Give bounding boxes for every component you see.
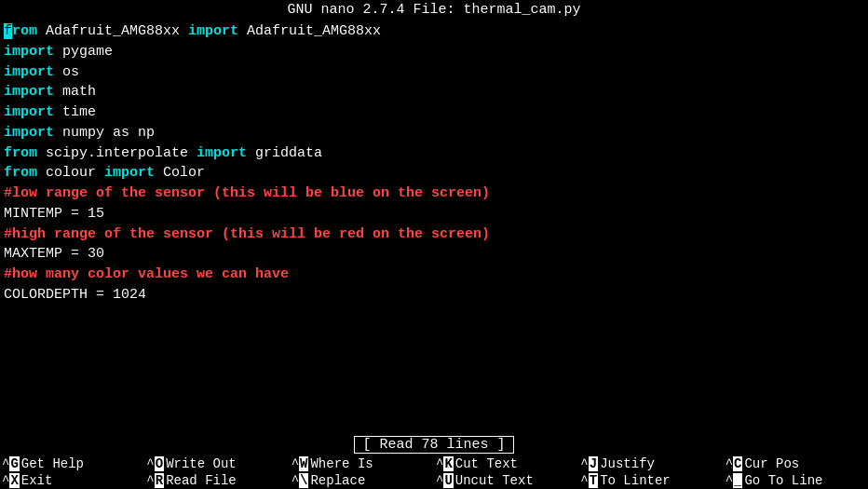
editor[interactable]: from Adafruit_AMG88xx import Adafruit_AM… <box>0 20 868 434</box>
cmd-row-2: ^XExit^RRead File^\Replace^UUncut Text^T… <box>0 472 868 489</box>
title-right: File: thermal_cam.py <box>414 2 581 18</box>
cmd-item[interactable]: ^UUncut Text <box>434 472 578 489</box>
cmd-key: ^T <box>580 473 598 488</box>
code-token: Color <box>155 165 205 181</box>
code-token: scipy.interpolate <box>37 145 197 161</box>
code-token: #low range of the sensor (this will be b… <box>4 185 490 201</box>
code-token: Adafruit_AMG88xx <box>37 23 188 39</box>
cmd-item[interactable]: ^CCur Pos <box>724 455 868 472</box>
cmd-item[interactable]: ^\Replace <box>290 472 434 489</box>
code-line: MINTEMP = 15 <box>4 204 864 224</box>
title-left: GNU nano 2.7.4 <box>287 2 404 18</box>
code-token: import <box>4 64 54 80</box>
cmd-key: ^O <box>146 456 164 471</box>
code-line: from colour import Color <box>4 163 864 183</box>
code-token: import <box>188 23 238 39</box>
code-token: time <box>54 104 96 120</box>
code-line: #how many color values we can have <box>4 265 864 285</box>
cmd-key: ^K <box>436 456 454 471</box>
code-token: math <box>54 84 96 100</box>
code-token: Adafruit_AMG88xx <box>238 23 381 39</box>
code-line: #low range of the sensor (this will be b… <box>4 183 864 204</box>
app: GNU nano 2.7.4 File: thermal_cam.py from… <box>0 0 868 489</box>
cmd-item[interactable]: ^RRead File <box>144 472 289 489</box>
cmd-key: ^G <box>2 456 20 471</box>
code-line: COLORDEPTH = 1024 <box>4 285 864 306</box>
cursor: f <box>4 23 12 39</box>
code-line: from Adafruit_AMG88xx import Adafruit_AM… <box>4 21 864 42</box>
code-line: import numpy as np <box>4 123 864 143</box>
cmd-item[interactable]: ^_Go To Line <box>724 472 868 489</box>
code-line: from scipy.interpolate import griddata <box>4 143 864 164</box>
cmd-label: Justify <box>600 456 655 471</box>
cmd-label: Cut Text <box>455 456 518 471</box>
cmd-key: ^\ <box>292 473 309 488</box>
status-bar: [ Read 78 lines ] <box>0 434 868 455</box>
code-token: pygame <box>54 44 113 60</box>
cmd-key: ^X <box>2 473 20 488</box>
code-token: from <box>4 165 37 181</box>
code-token: #high range of the sensor (this will be … <box>4 226 490 242</box>
cmd-label: To Linter <box>600 473 671 488</box>
code-line: import time <box>4 102 864 123</box>
cmd-item[interactable]: ^OWrite Out <box>144 455 289 472</box>
cmd-label: Cur Pos <box>744 456 799 471</box>
code-line: import os <box>4 62 864 83</box>
cmd-item[interactable]: ^JJustify <box>578 455 723 472</box>
title-bar: GNU nano 2.7.4 File: thermal_cam.py <box>0 0 868 20</box>
code-line: MAXTEMP = 30 <box>4 244 864 265</box>
code-line: import math <box>4 82 864 102</box>
status-message: [ Read 78 lines ] <box>354 436 513 454</box>
code-token: COLORDEPTH = 1024 <box>4 287 146 303</box>
cmd-label: Replace <box>310 473 365 488</box>
code-token: #how many color values we can have <box>4 266 289 282</box>
code-token: as <box>113 125 129 141</box>
cmd-label: Read File <box>166 473 237 488</box>
cmd-item[interactable]: ^XExit <box>0 472 144 489</box>
cmd-key: ^R <box>146 473 164 488</box>
cmd-label: Go To Line <box>744 473 822 488</box>
code-token: rom <box>12 23 37 39</box>
cmd-key: ^C <box>726 456 743 471</box>
cmd-label: Get Help <box>21 456 84 471</box>
cmd-key: ^_ <box>726 473 743 488</box>
code-token: numpy <box>54 125 113 141</box>
code-token: colour <box>37 165 104 181</box>
code-token: griddata <box>247 145 322 161</box>
cmd-item[interactable]: ^GGet Help <box>0 455 144 472</box>
cmd-key: ^U <box>436 473 454 488</box>
code-token: import <box>4 44 54 60</box>
code-token: MAXTEMP = 30 <box>4 246 104 262</box>
bottom-bar: ^GGet Help^OWrite Out^WWhere Is^KCut Tex… <box>0 455 868 489</box>
cmd-label: Exit <box>21 473 53 488</box>
cmd-label: Uncut Text <box>455 473 534 488</box>
code-token: os <box>54 64 79 80</box>
cmd-key: ^J <box>580 456 598 471</box>
code-token: import <box>104 165 155 181</box>
code-token: import <box>4 84 54 100</box>
code-token: from <box>4 145 37 161</box>
code-token: np <box>129 125 155 141</box>
code-token: import <box>4 104 54 120</box>
cmd-item[interactable]: ^KCut Text <box>434 455 578 472</box>
cmd-label: Write Out <box>166 456 237 471</box>
cmd-item[interactable]: ^WWhere Is <box>290 455 434 472</box>
code-line: #high range of the sensor (this will be … <box>4 224 864 245</box>
code-token: import <box>197 145 247 161</box>
cmd-item[interactable]: ^TTo Linter <box>578 472 723 489</box>
cmd-row-1: ^GGet Help^OWrite Out^WWhere Is^KCut Tex… <box>0 455 868 472</box>
cmd-key: ^W <box>292 456 309 471</box>
code-token: import <box>4 125 54 141</box>
code-line: import pygame <box>4 42 864 62</box>
cmd-label: Where Is <box>310 456 373 471</box>
code-token: MINTEMP = 15 <box>4 206 104 222</box>
